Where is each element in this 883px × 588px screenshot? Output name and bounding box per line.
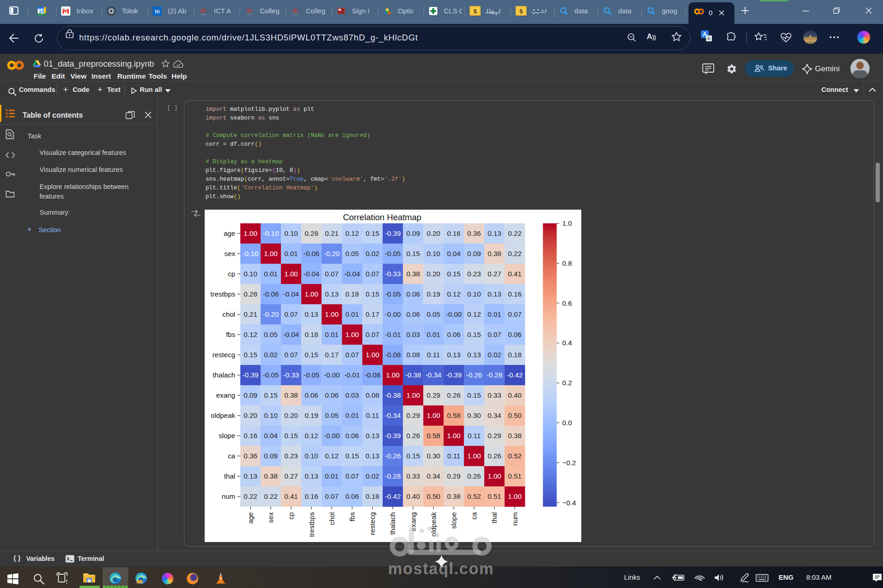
svg-text:mostaql.com: mostaql.com	[388, 560, 494, 577]
